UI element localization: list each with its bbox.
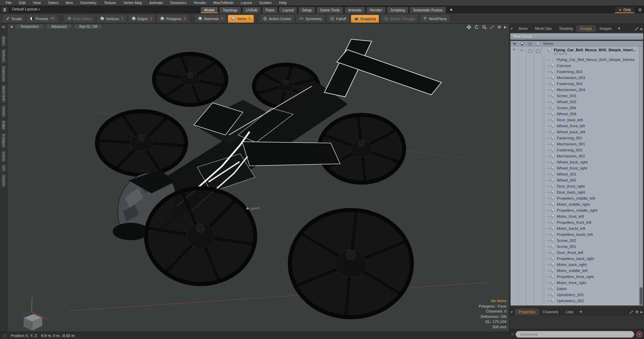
name-column-header[interactable]: Name xyxy=(543,42,553,46)
layout-tab-game-tools[interactable]: Game Tools xyxy=(316,7,343,13)
more-icon[interactable]: ▶ xyxy=(504,25,506,29)
menu-edit[interactable]: Edit xyxy=(15,0,29,5)
layout-tab-layout[interactable]: Layout xyxy=(279,7,297,13)
select-through-button[interactable]: Select Through xyxy=(380,15,418,23)
presets-button[interactable]: PresetsF6 xyxy=(26,15,58,23)
list-item[interactable]: Motor_middle_left xyxy=(511,268,639,274)
zoom-icon[interactable] xyxy=(482,25,487,29)
group-row[interactable]: Flying_Car_Bell_Nexus_6HX_Simple_Interi.… xyxy=(511,47,639,57)
record-macro-button[interactable] xyxy=(636,331,642,337)
list-item[interactable]: Mechanism_001 xyxy=(511,141,639,147)
toolbox-tab-curve[interactable]: Curve xyxy=(1,150,6,163)
list-item[interactable]: Fastening_004 xyxy=(511,81,639,87)
add-list-tab-button[interactable]: + xyxy=(616,25,623,31)
list-item[interactable]: Wheel_004 xyxy=(511,111,639,117)
more-icon[interactable]: ▶ xyxy=(641,27,643,30)
list-item[interactable]: Wheel_001 xyxy=(511,171,639,177)
list-item[interactable]: Wheel_002 xyxy=(511,177,639,183)
menu-maxtomodo[interactable]: MaxToModo xyxy=(210,0,237,5)
scrollbar-thumb[interactable] xyxy=(640,287,643,305)
layout-tab-model[interactable]: Model xyxy=(201,7,218,13)
list-item[interactable]: Upholstery_002 xyxy=(511,298,639,304)
toolbox-tab-uv[interactable]: UV xyxy=(1,164,6,173)
list-item[interactable]: Door_front_right xyxy=(511,183,639,189)
layout-tab-paint[interactable]: Paint xyxy=(262,7,278,13)
list-item[interactable]: Motor_back_right xyxy=(511,262,639,268)
toolbox-tab-edge[interactable]: Edge xyxy=(1,119,6,131)
list-item[interactable]: Wheel_front_left xyxy=(511,123,639,129)
maximize-icon[interactable] xyxy=(490,25,494,29)
list-item[interactable]: Door_back_right xyxy=(511,189,639,195)
toolbox-tab-fusion[interactable]: Fusion xyxy=(1,174,6,188)
list-item[interactable]: Wheel_003 xyxy=(511,99,639,105)
toolbox-tab-mesh-edit[interactable]: Mesh Edit xyxy=(1,84,6,104)
list-item[interactable]: Motor_front_left xyxy=(511,213,639,219)
render-toggle-icon[interactable] xyxy=(518,41,526,46)
list-item[interactable]: Fastening_001 xyxy=(511,135,639,141)
group-checkbox[interactable] xyxy=(528,50,532,53)
layout-tab-animate[interactable]: Animate xyxy=(344,7,365,13)
viewport-button-ray-gl-off[interactable]: Ray GL: Off xyxy=(74,24,102,29)
menu-animate[interactable]: Animate xyxy=(146,0,166,5)
expand-icon[interactable] xyxy=(629,310,633,314)
rotate-icon[interactable] xyxy=(474,25,479,29)
command-input[interactable] xyxy=(516,331,634,338)
menu-system[interactable]: System xyxy=(256,0,275,5)
menu-select[interactable]: Select xyxy=(44,0,62,5)
wire-box-icon[interactable] xyxy=(526,41,534,46)
menu-layout[interactable]: Layout xyxy=(237,0,256,5)
more-icon[interactable]: ▶ xyxy=(641,311,643,314)
sculpt-button[interactable]: Sculpt xyxy=(2,15,25,23)
group-checkbox[interactable] xyxy=(536,50,540,53)
snapping-button[interactable]: Snapping xyxy=(351,15,379,23)
panel-corner-icon[interactable] xyxy=(511,28,513,30)
pan-icon[interactable] xyxy=(467,25,471,29)
layout-tab-setup[interactable]: Setup xyxy=(298,7,315,13)
vertices-button[interactable]: Vertices1 xyxy=(97,15,127,23)
list-item[interactable]: Salon xyxy=(511,286,639,292)
layout-settings-gear-icon[interactable]: ⚙ xyxy=(638,7,642,12)
default-layouts-menu[interactable]: Default Layouts ▾ xyxy=(12,7,40,11)
add-props-tab-button[interactable]: + xyxy=(577,309,584,315)
toolbox-tab-polygon[interactable]: Polygon xyxy=(1,132,6,149)
group-eye-icon[interactable] xyxy=(512,48,516,52)
list-item[interactable]: Screw_004 xyxy=(511,105,639,111)
action-center-button[interactable]: Action Center xyxy=(260,15,295,23)
list-tab-shading[interactable]: Shading xyxy=(556,25,576,31)
solid-box-icon[interactable] xyxy=(534,41,541,46)
list-item[interactable]: Propellers_front_right xyxy=(511,274,639,280)
panel-corner-icon[interactable] xyxy=(511,311,513,314)
list-item[interactable]: Mechanism_004 xyxy=(511,87,639,93)
falloff-button[interactable]: Falloff xyxy=(327,15,350,23)
auto-select-button[interactable]: Auto Select xyxy=(64,15,95,23)
new-group-button[interactable]: New Group xyxy=(510,33,643,40)
group-render-icon[interactable] xyxy=(520,48,524,52)
list-item[interactable]: Motor_middle_right xyxy=(511,201,639,207)
list-item[interactable]: Motor_front_right xyxy=(511,280,639,286)
menu-geometry[interactable]: Geometry xyxy=(76,0,100,5)
list-item[interactable]: Door_back_left xyxy=(511,117,639,123)
props-tab-channels[interactable]: Channels xyxy=(539,309,561,315)
layout-tab-schematic-fusion[interactable]: Schematic Fusion xyxy=(410,7,446,13)
toolbox-handle-icon[interactable]: m xyxy=(1,25,6,29)
menu-item[interactable]: Item xyxy=(62,0,76,5)
menu-view[interactable]: View xyxy=(29,0,45,5)
list-item[interactable]: Upholstery_001 xyxy=(511,292,639,298)
items-button[interactable]: Items5 xyxy=(228,15,254,23)
only-filter-button[interactable]: ★ Only xyxy=(615,7,635,13)
toolbox-tab-deform[interactable]: Deform xyxy=(1,48,6,64)
menu-help[interactable]: Help xyxy=(275,0,290,5)
list-item[interactable]: Door_lfront_left xyxy=(511,250,639,256)
list-item[interactable]: Screw_002 xyxy=(511,238,639,244)
list-item[interactable]: Wheel_front_right xyxy=(511,165,639,171)
props-tab-lists[interactable]: Lists xyxy=(562,309,577,315)
toolbox-tab-basic[interactable]: Basic xyxy=(1,35,6,47)
list-item[interactable]: Wheel_back_right xyxy=(511,159,639,165)
menu-texture[interactable]: Texture xyxy=(100,0,120,5)
list-item[interactable]: Screw_001 xyxy=(511,244,639,250)
list-item[interactable]: Propellers_middle_right xyxy=(511,207,639,213)
list-tab-groups[interactable]: Groups xyxy=(577,25,595,31)
viewport-3d[interactable]: NEXUS PerspectiveAdvancedRay GL: Off xyxy=(7,24,509,332)
layout-tab-render[interactable]: Render xyxy=(366,7,386,13)
eye-icon[interactable] xyxy=(511,41,518,46)
